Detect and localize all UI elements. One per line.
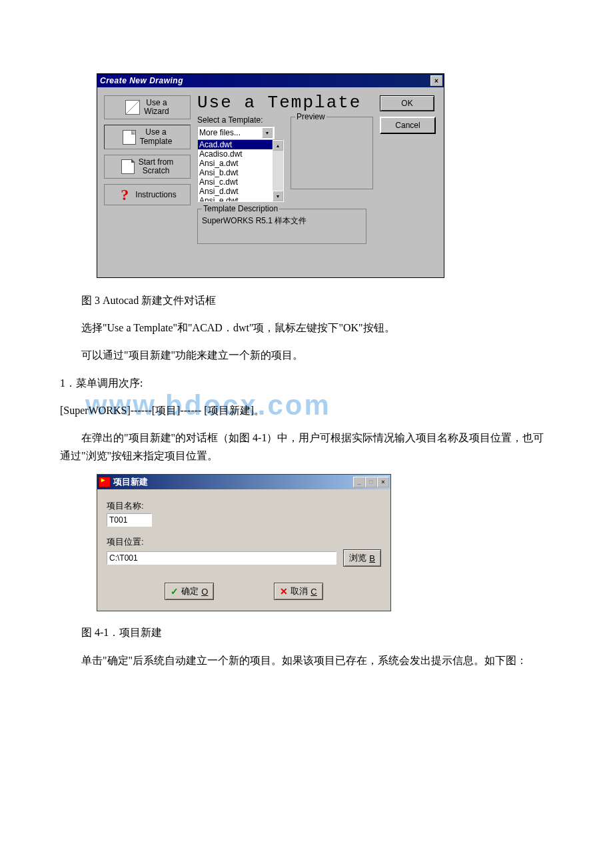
template-listbox[interactable]: Acad.dwt Acadiso.dwt Ansi_a.dwt Ansi_b.d…: [197, 139, 284, 202]
x-icon: ✕: [280, 586, 288, 597]
ok-hotkey: O: [201, 587, 208, 597]
template-icon: [123, 130, 136, 145]
browse-hotkey: B: [369, 553, 375, 563]
desc-text: SuperWORKS R5.1 样本文件: [202, 215, 362, 227]
list-item[interactable]: Acadiso.dwt: [198, 149, 283, 159]
list-item[interactable]: Ansi_d.dwt: [198, 187, 283, 196]
browse-label: 浏览: [349, 552, 366, 564]
list-item[interactable]: Ansi_a.dwt: [198, 159, 283, 168]
ok-button[interactable]: ✓ 确定O: [165, 583, 214, 600]
sidebar-start-scratch[interactable]: Start from Scratch: [104, 155, 191, 179]
cancel-hotkey: C: [310, 587, 316, 597]
dialog-title-bar: Create New Drawing ×: [97, 74, 444, 87]
sidebar-label: Instructions: [135, 191, 176, 199]
desc-legend: Template Description: [202, 204, 279, 213]
ok-label: 确定: [181, 585, 199, 597]
listbox-scrollbar[interactable]: ▴ ▾: [273, 140, 283, 201]
list-item[interactable]: Ansi_c.dwt: [198, 177, 283, 187]
menu-path: [SuperWORKS]------[项目]------ [项目新建]。: [60, 401, 553, 419]
cancel-button[interactable]: ✕ 取消C: [274, 583, 322, 600]
dialog-title: 项目新建: [113, 476, 148, 488]
close-icon[interactable]: ×: [377, 477, 389, 487]
preview-legend: Preview: [295, 112, 326, 121]
cancel-button[interactable]: Cancel: [380, 117, 436, 134]
project-name-input[interactable]: T001: [107, 513, 152, 527]
pane-heading: Use a Template: [197, 93, 373, 113]
scroll-down-icon[interactable]: ▾: [273, 191, 283, 201]
more-files-dropdown[interactable]: More files... ▾: [197, 126, 275, 139]
close-icon[interactable]: ×: [430, 75, 442, 86]
sidebar-label: Scratch: [143, 166, 170, 175]
chevron-down-icon[interactable]: ▾: [262, 127, 273, 138]
project-name-label: 项目名称:: [107, 500, 381, 512]
dialog-title-bar: 项目新建 _ □ ×: [97, 475, 390, 489]
body-text: 在弹出的"项目新建"的对话框（如图 4-1）中，用户可根据实际情况输入项目名称及…: [60, 429, 553, 465]
preview-group: Preview: [291, 117, 373, 189]
minimize-icon[interactable]: _: [353, 477, 365, 487]
wizard-icon: [125, 100, 140, 115]
project-new-dialog: 项目新建 _ □ × 项目名称: T001 项目位置: C:\T001 浏览B: [97, 474, 391, 611]
sidebar-label: Wizard: [144, 107, 169, 116]
cancel-label: 取消: [291, 585, 308, 597]
list-item[interactable]: Acad.dwt: [198, 140, 283, 149]
scratch-icon: [121, 159, 135, 174]
sidebar-use-template[interactable]: Use a Template: [104, 125, 191, 149]
maximize-icon: □: [365, 477, 377, 487]
create-new-drawing-dialog: Create New Drawing × Use a Wizard: [97, 73, 444, 278]
select-template-label: Select a Template:: [197, 115, 285, 125]
figure-caption: 图 4-1．项目新建: [60, 623, 553, 641]
body-text: 可以通过"项目新建"功能来建立一个新的项目。: [60, 346, 553, 364]
template-description-group: Template Description SuperWORKS R5.1 样本文…: [197, 209, 366, 244]
list-item[interactable]: Ansi_e.dwt: [198, 196, 283, 202]
more-files-text: More files...: [199, 128, 241, 137]
question-icon: ?: [118, 187, 131, 202]
sidebar-label: Start from: [139, 157, 174, 167]
figure-caption: 图 3 Autocad 新建文件对话框: [60, 291, 553, 309]
scroll-up-icon[interactable]: ▴: [273, 140, 283, 151]
sidebar-label: Use a: [145, 127, 166, 137]
browse-button[interactable]: 浏览B: [343, 549, 381, 567]
body-text: 单击"确定"后系统自动建立一个新的项目。如果该项目已存在，系统会发出提示信息。如…: [60, 651, 553, 669]
list-item[interactable]: Ansi_b.dwt: [198, 168, 283, 177]
body-text: 选择"Use a Template"和"ACAD．dwt"项，鼠标左键按下"OK…: [60, 319, 553, 337]
sidebar-instructions[interactable]: ? Instructions: [104, 184, 191, 205]
ok-button[interactable]: OK: [380, 95, 434, 111]
sidebar-label: Template: [140, 137, 173, 146]
dialog-title: Create New Drawing: [100, 76, 183, 85]
sidebar-use-wizard[interactable]: Use a Wizard: [104, 95, 191, 119]
sidebar-label: Use a: [146, 98, 167, 107]
app-icon: [99, 477, 111, 487]
project-location-input[interactable]: C:\T001: [107, 551, 336, 565]
check-icon: ✓: [171, 586, 179, 597]
wizard-sidebar: Use a Wizard Use a Template: [104, 95, 191, 244]
project-location-label: 项目位置:: [107, 536, 381, 548]
